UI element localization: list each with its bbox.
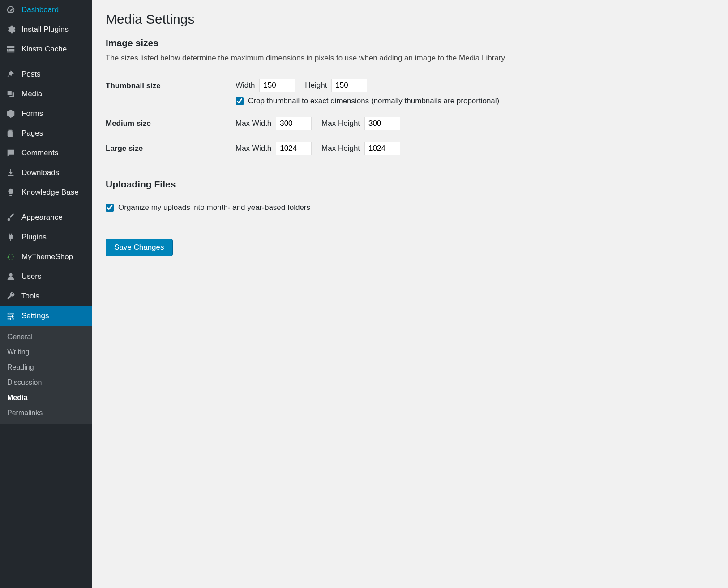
sidebar-label: Settings — [21, 311, 49, 320]
organize-uploads-label: Organize my uploads into month- and year… — [118, 203, 310, 212]
pin-icon — [5, 69, 16, 80]
sidebar-label: Kinsta Cache — [21, 45, 67, 54]
thumbnail-height-input[interactable] — [331, 79, 367, 92]
sidebar-label: MyThemeShop — [21, 252, 73, 261]
sidebar-separator — [0, 59, 92, 64]
medium-size-label: Medium size — [106, 111, 231, 136]
save-changes-button[interactable]: Save Changes — [106, 239, 173, 256]
sidebar-item-tools[interactable]: Tools — [0, 286, 92, 306]
sidebar-label: Forms — [21, 109, 43, 118]
brush-icon — [5, 212, 16, 223]
image-sizes-description: The sizes listed below determine the max… — [106, 54, 715, 63]
download-icon — [5, 167, 16, 178]
organize-uploads-checkbox[interactable] — [106, 204, 114, 212]
submenu-item-writing[interactable]: Writing — [0, 345, 92, 360]
thumbnail-size-label: Thumbnail size — [106, 73, 231, 111]
sidebar-item-users[interactable]: Users — [0, 267, 92, 286]
height-label: Height — [305, 81, 327, 89]
sidebar-item-posts[interactable]: Posts — [0, 64, 92, 84]
sidebar-item-settings[interactable]: Settings — [0, 306, 92, 326]
sidebar-label: Downloads — [21, 168, 59, 177]
forms-icon — [5, 108, 16, 119]
sidebar-label: Pages — [21, 129, 43, 138]
thumbnail-crop-label: Crop thumbnail to exact dimensions (norm… — [248, 97, 499, 106]
sidebar-label: Media — [21, 89, 42, 98]
max-width-label: Max Width — [236, 144, 271, 153]
gear-icon — [5, 24, 16, 35]
sidebar-item-media[interactable]: Media — [0, 84, 92, 104]
sidebar-separator — [0, 202, 92, 208]
section-image-sizes: Image sizes — [106, 38, 715, 48]
sidebar-item-knowledge-base[interactable]: Knowledge Base — [0, 183, 92, 202]
sidebar-item-mythemeshop[interactable]: MyThemeShop — [0, 247, 92, 267]
user-icon — [5, 271, 16, 282]
large-width-input[interactable] — [276, 142, 312, 155]
submenu-item-media[interactable]: Media — [0, 390, 92, 405]
sidebar-item-appearance[interactable]: Appearance — [0, 208, 92, 227]
settings-form-table: Thumbnail size Width Height Crop thumbna… — [106, 73, 715, 161]
gauge-icon — [5, 4, 16, 15]
max-height-label: Max Height — [321, 144, 360, 153]
submenu-item-reading[interactable]: Reading — [0, 360, 92, 375]
large-height-input[interactable] — [364, 142, 400, 155]
submenu-item-discussion[interactable]: Discussion — [0, 375, 92, 390]
refresh-icon — [5, 251, 16, 262]
sidebar-item-downloads[interactable]: Downloads — [0, 163, 92, 183]
sidebar-item-plugins[interactable]: Plugins — [0, 227, 92, 247]
sidebar-label: Posts — [21, 70, 41, 79]
sidebar-label: Users — [21, 272, 41, 281]
settings-submenu: General Writing Reading Discussion Media… — [0, 326, 92, 424]
sidebar-label: Appearance — [21, 213, 63, 222]
wrench-icon — [5, 291, 16, 302]
max-height-label: Max Height — [321, 119, 360, 128]
medium-height-input[interactable] — [364, 117, 400, 130]
sidebar-item-forms[interactable]: Forms — [0, 104, 92, 124]
thumbnail-crop-checkbox[interactable] — [236, 97, 244, 105]
sidebar-label: Install Plugins — [21, 25, 69, 34]
sidebar-label: Comments — [21, 149, 58, 158]
sidebar-item-comments[interactable]: Comments — [0, 143, 92, 163]
server-icon — [5, 44, 16, 55]
thumbnail-width-input[interactable] — [259, 79, 295, 92]
max-width-label: Max Width — [236, 119, 271, 128]
sliders-icon — [5, 311, 16, 321]
sidebar-item-install-plugins[interactable]: Install Plugins — [0, 20, 92, 39]
sidebar-item-kinsta-cache[interactable]: Kinsta Cache — [0, 39, 92, 59]
section-uploading-files: Uploading Files — [106, 179, 715, 190]
page-title: Media Settings — [106, 12, 715, 27]
width-label: Width — [236, 81, 255, 89]
submenu-item-permalinks[interactable]: Permalinks — [0, 405, 92, 421]
comment-icon — [5, 148, 16, 158]
plug-icon — [5, 232, 16, 243]
sidebar-label: Knowledge Base — [21, 188, 79, 197]
sidebar-label: Dashboard — [21, 5, 59, 14]
medium-width-input[interactable] — [276, 117, 312, 130]
admin-sidebar: Dashboard Install Plugins Kinsta Cache P… — [0, 0, 92, 588]
lightbulb-icon — [5, 187, 16, 198]
sidebar-label: Tools — [21, 292, 39, 301]
submenu-item-general[interactable]: General — [0, 329, 92, 345]
main-content: Media Settings Image sizes The sizes lis… — [92, 0, 728, 588]
large-size-label: Large size — [106, 136, 231, 161]
sidebar-item-pages[interactable]: Pages — [0, 124, 92, 143]
sidebar-item-dashboard[interactable]: Dashboard — [0, 0, 92, 20]
pages-icon — [5, 128, 16, 139]
sidebar-label: Plugins — [21, 233, 47, 242]
media-icon — [5, 89, 16, 99]
